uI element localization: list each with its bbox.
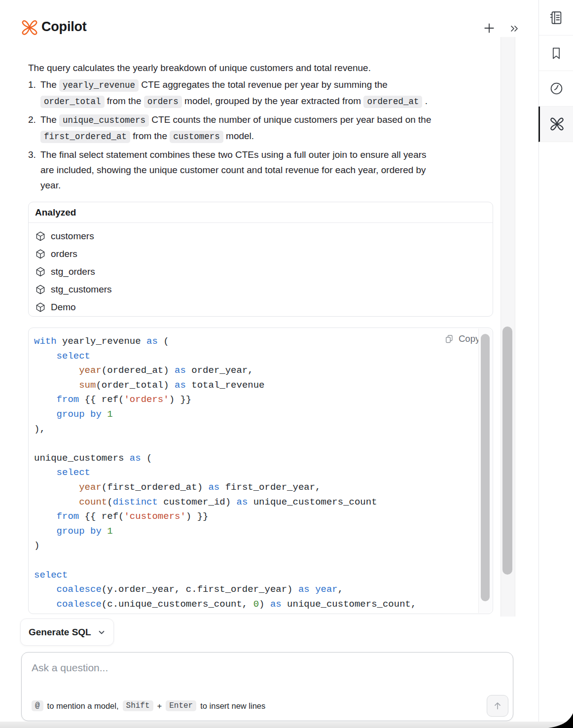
code-line: year(first_ordered_at) as first_order_ye… — [34, 480, 493, 495]
copy-button[interactable]: Copy — [444, 333, 480, 344]
code-line: select — [34, 349, 493, 364]
model-name: customers — [51, 231, 94, 242]
collapse-panel-icon — [508, 23, 520, 35]
keyboard-key-chip: Shift — [123, 700, 153, 711]
analyzed-model-row[interactable]: Demo — [35, 298, 493, 316]
analyzed-model-row[interactable]: orders — [35, 245, 493, 263]
hint-text: to insert new lines — [200, 701, 265, 711]
step-number: 3. — [28, 147, 36, 162]
code-line — [34, 437, 493, 451]
new-chat-button[interactable] — [482, 21, 497, 36]
inline-code-chip: first_ordered_at — [40, 131, 130, 143]
code-line: group by 1 — [34, 407, 493, 422]
sql-code: with yearly_revenue as ( select year(ord… — [29, 328, 493, 614]
bookmark-icon — [549, 46, 563, 60]
code-scrollbar[interactable] — [478, 328, 492, 613]
chevron-down-icon — [98, 628, 106, 636]
analyzed-model-list: customersordersstg_ordersstg_customersDe… — [29, 223, 493, 316]
step-number: 2. — [28, 112, 36, 127]
code-line: unique_customers as ( — [34, 451, 493, 466]
sidebar-item-bookmarks[interactable] — [539, 36, 573, 71]
hint-text: + — [157, 701, 162, 711]
code-line: sum(order_total) as total_revenue — [34, 378, 493, 393]
sql-code-block: with yearly_revenue as ( select year(ord… — [28, 328, 493, 614]
analyzed-title: Analyzed — [29, 202, 493, 223]
copy-label: Copy — [459, 333, 480, 344]
step-item: 1.The yearly_revenue CTE aggregates the … — [28, 77, 482, 109]
copy-icon — [444, 334, 454, 344]
step-item: 2.The unique_customers CTE counts the nu… — [28, 112, 482, 145]
model-name: stg_orders — [51, 266, 95, 277]
model-cube-icon — [35, 266, 46, 277]
step-item: 3.The final select statement combines th… — [28, 147, 482, 193]
analyzed-panel: Analyzed customersordersstg_ordersstg_cu… — [28, 202, 493, 317]
code-line: from {{ ref('orders') }} — [34, 393, 493, 407]
code-line: count(distinct customer_id) as unique_cu… — [34, 495, 493, 510]
code-line: coalesce(y.total_revenue, 0) as total_re… — [34, 612, 493, 614]
model-cube-icon — [35, 231, 46, 242]
inline-code-chip: ordered_at — [363, 96, 422, 108]
history-clock-icon — [549, 81, 564, 96]
copilot-panel: Copilot The query calculates the yearly … — [0, 0, 573, 728]
code-line: from {{ ref('customers') }} — [34, 510, 493, 524]
composer-hints: @to mention a model,Shift+Enterto insert… — [32, 700, 265, 711]
inline-code-chip: customers — [170, 131, 223, 143]
model-name: stg_customers — [51, 284, 112, 295]
notebook-outline-icon — [549, 10, 564, 25]
code-line: select — [34, 568, 493, 583]
keyboard-key-chip: @ — [32, 700, 43, 711]
code-line: ), — [34, 422, 493, 437]
collapse-panel-button[interactable] — [507, 22, 521, 35]
right-sidebar — [538, 0, 573, 728]
inline-code-chip: yearly_revenue — [59, 79, 139, 92]
model-name: orders — [51, 249, 77, 259]
arrow-up-icon — [492, 700, 503, 711]
code-line: ) — [34, 539, 493, 553]
code-line: coalesce(c.unique_customers_count, 0) as… — [34, 597, 493, 612]
analyzed-model-row[interactable]: stg_orders — [35, 263, 493, 281]
code-line: coalesce(y.order_year, c.first_order_yea… — [34, 582, 493, 597]
model-cube-icon — [35, 302, 46, 313]
plus-icon — [483, 22, 496, 35]
inline-code-chip: unique_customers — [59, 114, 149, 127]
question-input-placeholder: Ask a question... — [32, 662, 108, 674]
sidebar-item-notebook[interactable] — [539, 0, 573, 36]
panel-scrollbar-thumb[interactable] — [502, 327, 512, 575]
model-cube-icon — [35, 249, 46, 259]
window-bottom-edge — [0, 722, 573, 728]
generate-sql-button[interactable]: Generate SQL — [20, 619, 114, 646]
analyzed-model-row[interactable]: customers — [35, 227, 493, 245]
code-line: with yearly_revenue as ( — [34, 334, 493, 349]
code-scrollbar-thumb[interactable] — [481, 334, 490, 601]
code-line: group by 1 — [34, 524, 493, 539]
inline-code-chip: orders — [144, 96, 182, 108]
steps-list: 1.The yearly_revenue CTE aggregates the … — [28, 77, 482, 195]
sidebar-item-copilot[interactable] — [538, 107, 573, 142]
summary-text: The query calculates the yearly breakdow… — [28, 61, 493, 75]
model-name: Demo — [51, 302, 76, 313]
model-cube-icon — [35, 284, 46, 295]
analyzed-model-row[interactable]: stg_customers — [35, 281, 493, 298]
keyboard-key-chip: Enter — [166, 700, 196, 711]
hint-text: to mention a model, — [47, 701, 119, 711]
generate-sql-label: Generate SQL — [29, 627, 91, 638]
corner-artifact — [544, 713, 573, 728]
copilot-logo-icon — [549, 116, 565, 132]
question-input[interactable]: Ask a question... @to mention a model,Sh… — [21, 652, 513, 721]
step-number: 1. — [28, 77, 36, 92]
sidebar-item-history[interactable] — [539, 71, 573, 107]
code-line — [34, 553, 493, 568]
code-line: year(ordered_at) as order_year, — [34, 364, 493, 378]
send-button[interactable] — [487, 695, 508, 717]
copilot-logo-icon — [21, 19, 38, 36]
panel-scrollbar[interactable] — [501, 37, 515, 617]
inline-code-chip: order_total — [40, 96, 105, 108]
page-title: Copilot — [41, 19, 87, 35]
code-line: select — [34, 466, 493, 480]
